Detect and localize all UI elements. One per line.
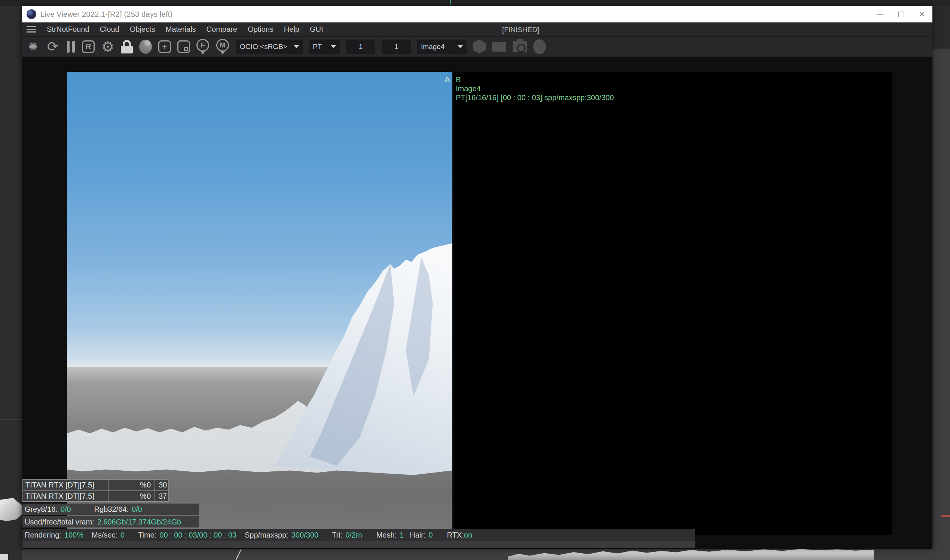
status-value: 1 (399, 531, 404, 540)
render-viewport: A B Image4 PT[16/16/16] [00 : 00 : 03] s… (22, 57, 932, 549)
menu-item-gui[interactable]: GUI (305, 25, 328, 34)
kernel-value: PT (313, 43, 322, 51)
close-button[interactable]: ✕ (911, 6, 932, 22)
window-controls: ✕ (870, 6, 932, 22)
compare-slot-a-label[interactable]: A (426, 75, 450, 84)
settings-gear-icon[interactable]: ⚙ (101, 40, 114, 54)
hamburger-menu-icon[interactable] (26, 26, 36, 32)
title-bar: Live Viewer 2022.1-[R2] (253 days left) … (22, 6, 932, 22)
background-red-marker (941, 515, 950, 517)
lock-body (121, 46, 133, 54)
reset-button[interactable]: R (82, 40, 95, 53)
menu-item-strnotfound[interactable]: StrNotFound (42, 25, 94, 34)
menu-bar: StrNotFound Cloud Objects Materials Comp… (22, 22, 932, 37)
rgb-value: 0/0 (132, 505, 142, 514)
material-picker-icon[interactable]: M (216, 39, 230, 55)
toolbar: ✺ ⟳ R ⚙ + F M OCIO:<sRGB> PT 1 1 I (22, 37, 932, 57)
render-image-b[interactable] (453, 72, 891, 535)
status-mssec: Ms/sec: 0 (92, 531, 125, 540)
octane-logo-icon[interactable]: ✺ (26, 41, 40, 52)
camera-tool-icon[interactable] (513, 41, 527, 52)
ocio-value: OCIO:<sRGB> (240, 43, 287, 51)
plus-icon: + (162, 42, 167, 52)
minimize-button[interactable] (870, 6, 890, 22)
background-terrain-strip-bottom (508, 549, 874, 560)
vram-value: 2.606Gb/17.374Gb/24Gb (97, 518, 182, 526)
subsample-field-1[interactable]: 1 (346, 40, 375, 54)
status-value: on (464, 531, 472, 540)
plane-tool-icon[interactable] (492, 42, 506, 52)
render-state-badge: [FINISHED] (502, 26, 539, 34)
material-ball-icon[interactable] (139, 40, 152, 54)
menu-item-help[interactable]: Help (279, 25, 305, 34)
menu-item-compare[interactable]: Compare (201, 25, 242, 34)
focus-picker-icon[interactable]: F (196, 39, 210, 55)
gpu-name: TITAN RTX [DT][7.5] (23, 480, 108, 491)
menu-item-options[interactable]: Options (242, 25, 279, 34)
status-spp: Spp/maxspp: 300/300 (245, 531, 318, 540)
memory-grey-row: Grey8/16: 0/0 Rgb32/64: 0/0 (22, 503, 199, 515)
live-viewer-window: Live Viewer 2022.1-[R2] (253 days left) … (22, 6, 932, 549)
menu-item-objects[interactable]: Objects (125, 25, 160, 34)
hexagon-tool-icon[interactable] (473, 40, 486, 54)
lock-resolution-icon[interactable] (121, 40, 133, 54)
status-label: Tri: (332, 531, 342, 540)
menu-item-cloud[interactable]: Cloud (94, 25, 124, 34)
reset-letter: R (85, 42, 91, 52)
pass-value: Image4 (421, 43, 444, 51)
close-icon: ✕ (919, 10, 925, 19)
status-value: 0/2m (345, 531, 362, 540)
render-pass-select[interactable]: Image4 (417, 40, 467, 54)
grey-value: 0/0 (61, 505, 71, 514)
restart-render-icon[interactable]: ⟳ (46, 40, 60, 54)
background-right-panel (932, 6, 950, 49)
status-label: RTX: (447, 531, 464, 540)
gpu-temp: 37 (155, 492, 168, 500)
gpu-row-2: TITAN RTX [DT][7.5] %0 37 (23, 491, 168, 501)
vram-label: Used/free/total vram: (25, 518, 94, 526)
app-logo-icon (26, 9, 36, 19)
chevron-down-icon (294, 45, 299, 48)
gpu-load: %0 (108, 491, 155, 501)
chevron-down-icon (458, 45, 463, 48)
maximize-icon (898, 12, 904, 17)
grey-label: Grey8/16: (25, 505, 58, 514)
menu-item-materials[interactable]: Materials (160, 25, 201, 34)
memory-vram-row: Used/free/total vram: 2.606Gb/17.374Gb/2… (22, 516, 199, 528)
status-label: Rendering: (25, 531, 62, 540)
material-pin-head: M (216, 39, 229, 52)
material-letter: M (220, 41, 226, 49)
ocio-colorspace-select[interactable]: OCIO:<sRGB> (236, 40, 303, 54)
gpu-name: TITAN RTX [DT][7.5] (23, 491, 108, 501)
sub-square-icon (184, 47, 188, 51)
add-render-region-icon[interactable]: + (158, 40, 171, 53)
overlay-pass-name: Image4 (456, 84, 614, 93)
status-time: Time: 00 : 00 : 03/00 : 00 : 03 (138, 531, 236, 540)
status-value: 100% (64, 531, 83, 540)
sphere-tool-icon[interactable] (533, 39, 546, 54)
focus-pin-head: F (196, 39, 209, 52)
focus-letter: F (200, 41, 205, 49)
status-tri: Tri: 0/2m (332, 531, 362, 540)
status-label: Ms/sec: (92, 531, 117, 540)
background-terrain-corner (0, 554, 8, 560)
status-value: 300/300 (291, 531, 318, 540)
gpu-stats-table: TITAN RTX [DT][7.5] %0 30 TITAN RTX [DT]… (22, 479, 169, 502)
gpu-load: %0 (108, 480, 155, 491)
gpu-row-1: TITAN RTX [DT][7.5] %0 30 (23, 480, 168, 491)
material-pin-tip (221, 51, 225, 55)
status-rtx: RTX: on (447, 531, 472, 540)
rgb-label: Rgb32/64: (94, 505, 129, 514)
compare-slot-b-label[interactable]: B (456, 75, 614, 84)
status-label: Mesh: (376, 531, 396, 540)
render-region-picker-icon[interactable] (177, 40, 190, 53)
subsample-field-2[interactable]: 1 (382, 40, 411, 54)
gpu-temp: 30 (155, 481, 168, 489)
status-rendering: Rendering: 100% (25, 531, 83, 540)
kernel-select[interactable]: PT (309, 40, 340, 54)
background-left-panel (0, 6, 22, 560)
focus-pin-tip (200, 51, 205, 55)
pause-render-icon[interactable] (66, 41, 76, 53)
render-image-a[interactable] (67, 72, 452, 535)
maximize-button[interactable] (890, 6, 911, 22)
